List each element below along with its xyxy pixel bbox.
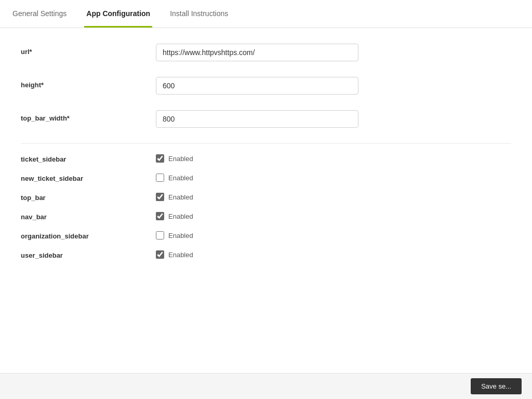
top-bar-width-control	[156, 110, 358, 128]
top-bar-label: top_bar	[21, 193, 156, 202]
divider	[21, 143, 511, 144]
new-ticket-sidebar-checkbox[interactable]	[156, 174, 164, 182]
user-sidebar-label: user_sidebar	[21, 250, 156, 259]
nav-bar-row: nav_bar Enabled	[21, 212, 511, 221]
organization-sidebar-checkbox[interactable]	[156, 231, 164, 240]
tab-app-configuration[interactable]: App Configuration	[84, 1, 152, 28]
ticket-sidebar-row: ticket_sidebar Enabled	[21, 154, 511, 163]
top-bar-width-row: top_bar_width*	[21, 110, 511, 128]
height-control	[156, 77, 358, 95]
organization-sidebar-control: Enabled	[156, 231, 193, 240]
organization-sidebar-text: Enabled	[168, 232, 193, 240]
user-sidebar-control: Enabled	[156, 250, 193, 259]
new-ticket-sidebar-text: Enabled	[168, 174, 193, 182]
organization-sidebar-label: organization_sidebar	[21, 231, 156, 240]
main-content: url* height* top_bar_width* ticket_sideb…	[0, 28, 532, 373]
url-label: url*	[21, 44, 156, 56]
top-bar-text: Enabled	[168, 193, 193, 201]
top-bar-checkbox[interactable]	[156, 193, 164, 201]
tab-bar: General Settings App Configuration Insta…	[0, 0, 532, 28]
tab-install-instructions[interactable]: Install Instructions	[168, 1, 230, 28]
save-button[interactable]: Save se...	[471, 378, 522, 394]
height-row: height*	[21, 77, 511, 95]
ticket-sidebar-control: Enabled	[156, 154, 193, 163]
new-ticket-sidebar-label: new_ticket_sidebar	[21, 174, 156, 182]
url-input[interactable]	[156, 44, 358, 61]
height-input[interactable]	[156, 77, 358, 95]
top-bar-control: Enabled	[156, 193, 193, 201]
tab-general-settings[interactable]: General Settings	[10, 1, 69, 28]
footer-bar: Save se...	[0, 373, 532, 399]
new-ticket-sidebar-control: Enabled	[156, 174, 193, 182]
top-bar-width-input[interactable]	[156, 110, 358, 128]
nav-bar-checkbox[interactable]	[156, 212, 164, 220]
top-bar-width-label: top_bar_width*	[21, 110, 156, 122]
user-sidebar-text: Enabled	[168, 251, 193, 259]
nav-bar-label: nav_bar	[21, 212, 156, 221]
nav-bar-text: Enabled	[168, 212, 193, 220]
nav-bar-control: Enabled	[156, 212, 193, 220]
organization-sidebar-row: organization_sidebar Enabled	[21, 231, 511, 240]
ticket-sidebar-text: Enabled	[168, 155, 193, 163]
height-label: height*	[21, 77, 156, 89]
url-row: url*	[21, 44, 511, 61]
url-control	[156, 44, 358, 61]
ticket-sidebar-checkbox[interactable]	[156, 154, 164, 163]
top-bar-row: top_bar Enabled	[21, 193, 511, 202]
ticket-sidebar-label: ticket_sidebar	[21, 154, 156, 163]
new-ticket-sidebar-row: new_ticket_sidebar Enabled	[21, 174, 511, 182]
user-sidebar-row: user_sidebar Enabled	[21, 250, 511, 259]
user-sidebar-checkbox[interactable]	[156, 250, 164, 259]
